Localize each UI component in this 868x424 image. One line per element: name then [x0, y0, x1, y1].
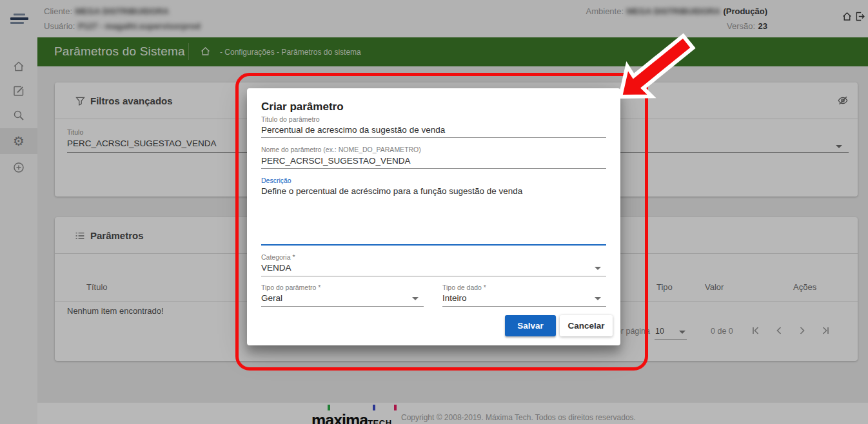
titulo-parametro-input[interactable]: Percentual de acrescimo da sugestão de v…	[261, 125, 445, 135]
chevron-down-icon	[595, 297, 601, 300]
titulo-parametro-label: Titulo do parâmetro	[261, 115, 320, 123]
descricao-underline-focused	[261, 244, 606, 246]
chevron-down-icon	[595, 267, 601, 270]
categoria-select[interactable]: VENDA	[261, 262, 606, 276]
tipo-parametro-underline	[261, 306, 424, 307]
tipo-parametro-select[interactable]: Geral	[261, 293, 424, 307]
nome-underline	[261, 168, 606, 169]
create-parameter-dialog: Criar parâmetro Titulo do parâmetro Perc…	[247, 88, 620, 345]
cancel-button[interactable]: Cancelar	[560, 315, 613, 336]
dialog-title: Criar parâmetro	[261, 101, 344, 113]
categoria-value: VENDA	[261, 263, 291, 273]
nome-parametro-input[interactable]: PERC_ACRSCI_SUGESTAO_VENDA	[261, 156, 411, 166]
save-button[interactable]: Salvar	[505, 315, 556, 336]
titulo-underline	[261, 137, 606, 138]
tipo-dado-underline	[442, 306, 606, 307]
tipo-dado-select[interactable]: Inteiro	[442, 293, 606, 307]
descricao-label: Descrição	[261, 177, 291, 184]
tipo-parametro-label: Tipo do parâmetro *	[261, 284, 321, 291]
tipo-dado-label: Tipo de dado *	[442, 284, 486, 291]
tipo-dado-value: Inteiro	[442, 293, 467, 303]
app-root: ⚙ Cliente: MEGA DISTRIBUIDORA Usuário: P…	[0, 0, 868, 424]
categoria-label: Categoria *	[261, 253, 295, 261]
descricao-textarea[interactable]: Define o percentual de acréscimo para a …	[261, 186, 606, 196]
nome-parametro-label: Nome do parâmetro (ex.: NOME_DO_PARAMETR…	[261, 146, 421, 153]
categoria-underline	[261, 276, 606, 276]
chevron-down-icon	[412, 297, 419, 300]
tipo-parametro-value: Geral	[261, 293, 282, 303]
